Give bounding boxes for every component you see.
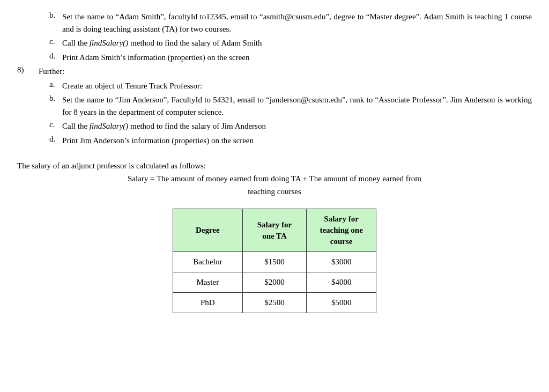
text-d: Print Adam Smith’s information (properti…	[62, 51, 532, 64]
table-cell-course: $4000	[307, 272, 376, 293]
table-cell-ta: $2000	[242, 272, 307, 293]
sub-text-c-before: Call the	[62, 122, 90, 130]
sub-text-d: Print Jim Anderson’s information (proper…	[62, 135, 532, 147]
text-c-after: method to find the salary of Adam Smith	[128, 39, 262, 47]
text-c: Call the findSalary() method to find the…	[62, 37, 532, 49]
content-area: b. Set the name to “Adam Smith”, faculty…	[17, 11, 532, 313]
section-8: 8) Further: a. Create an object of Tenur…	[17, 65, 532, 149]
sub-marker-d: d.	[49, 135, 62, 147]
section-8-marker: 8)	[17, 65, 39, 149]
section-8-content: Further: a. Create an object of Tenure T…	[39, 65, 532, 149]
salary-formula-line1: Salary = The amount of money earned from…	[17, 172, 532, 185]
sub-item-d: d. Print Jim Anderson’s information (pro…	[39, 135, 532, 147]
table-cell-ta: $2500	[242, 293, 307, 313]
salary-formula-line2: teaching courses	[17, 185, 532, 198]
table-container: Degree Salary for one TA Salary for teac…	[17, 209, 532, 313]
sub-marker-b: b.	[49, 94, 62, 118]
section-8-title: Further:	[39, 65, 532, 78]
table-body: Bachelor$1500$3000Master$2000$4000PhD$25…	[173, 252, 376, 313]
sub-text-c: Call the findSalary() method to find the…	[62, 120, 532, 132]
salary-description: The salary of an adjunct professor is ca…	[17, 159, 532, 198]
sub-marker-c: c.	[49, 120, 62, 132]
table-row: Master$2000$4000	[173, 272, 376, 293]
sub-text-c-after: method to find the salary of Jim Anderso…	[128, 122, 266, 130]
text-c-italic: findSalary()	[90, 39, 129, 47]
col-header-degree: Degree	[173, 209, 243, 252]
table-cell-ta: $1500	[242, 252, 307, 272]
table-cell-degree: Master	[173, 272, 243, 293]
col-header-course: Salary for teaching one course	[307, 209, 376, 252]
table-header-row: Degree Salary for one TA Salary for teac…	[173, 209, 376, 252]
sub-text-c-italic: findSalary()	[90, 122, 129, 130]
sub-text-b: Set the name to “Jim Anderson”, FacultyI…	[62, 94, 532, 118]
marker-c: c.	[49, 37, 62, 49]
table-cell-course: $3000	[307, 252, 376, 272]
sub-item-c: c. Call the findSalary() method to find …	[39, 120, 532, 132]
col-header-ta: Salary for one TA	[242, 209, 307, 252]
text-c-before: Call the	[62, 39, 90, 47]
sub-marker-a: a.	[49, 80, 62, 92]
sub-item-b: b. Set the name to “Jim Anderson”, Facul…	[39, 94, 532, 118]
salary-desc-line: The salary of an adjunct professor is ca…	[17, 159, 532, 172]
sub-text-a: Create an object of Tenure Track Profess…	[62, 80, 532, 92]
marker-d: d.	[49, 51, 62, 64]
table-row: Bachelor$1500$3000	[173, 252, 376, 272]
salary-table: Degree Salary for one TA Salary for teac…	[173, 209, 376, 313]
table-cell-course: $5000	[307, 293, 376, 313]
table-cell-degree: Bachelor	[173, 252, 243, 272]
list-item-d: d. Print Adam Smith’s information (prope…	[17, 51, 532, 64]
table-cell-degree: PhD	[173, 293, 243, 313]
list-item-b: b. Set the name to “Adam Smith”, faculty…	[17, 11, 532, 35]
sub-item-a: a. Create an object of Tenure Track Prof…	[39, 80, 532, 92]
marker-b: b.	[49, 11, 62, 35]
salary-formula: Salary = The amount of money earned from…	[17, 172, 532, 198]
text-b: Set the name to “Adam Smith”, facultyId …	[62, 11, 532, 35]
list-item-c: c. Call the findSalary() method to find …	[17, 37, 532, 49]
table-row: PhD$2500$5000	[173, 293, 376, 313]
